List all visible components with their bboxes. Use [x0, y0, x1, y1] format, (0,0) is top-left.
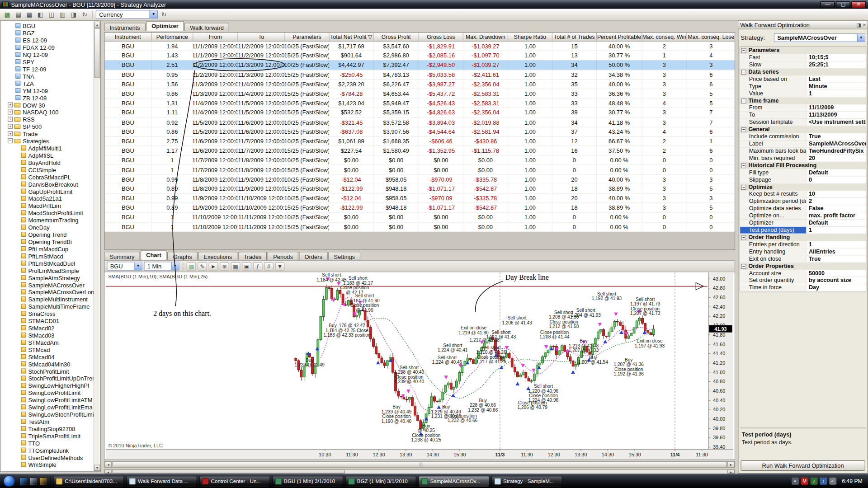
sidebar-item-es-12-09[interactable]: ES 12-09	[1, 37, 93, 44]
wf-item-slow[interactable]: Slow25;25;1	[740, 61, 866, 69]
tree-scrollbar[interactable]: ▲ ▼	[94, 22, 99, 471]
sidebar-item-tza[interactable]: TZA	[1, 80, 93, 87]
wf-item-price-based-on[interactable]: Price based onLast	[740, 76, 866, 83]
tab-executions[interactable]: Executions	[198, 252, 237, 260]
taskbar-button-control-center-un[interactable]: Control Center - Un...	[199, 475, 270, 486]
pencil-icon[interactable]: ✎	[198, 262, 207, 270]
wf-group-order-properties[interactable]: −Order Properties	[740, 263, 866, 270]
wf-item-optimize-data-series[interactable]: Optimize data seriesFalse	[740, 205, 866, 212]
table-row[interactable]: BGU0.8611/5/2009 12:00:011/6/2009 12:00:…	[104, 127, 734, 136]
chart-horizontal-scrollbar[interactable]: ◄ ►	[104, 461, 735, 468]
print-icon[interactable]: ◫	[47, 10, 57, 19]
table-row[interactable]: BGU1.1711/6/2009 12:00:011/7/2009 12:00:…	[104, 146, 734, 155]
strategy-item-swinglowprofitlimitatm[interactable]: SwingLowProfitLimitATM	[1, 396, 93, 404]
strategy-item-macdstochprofitlimit[interactable]: MacdStochProfitLimit	[1, 209, 93, 216]
tab-walk-forward[interactable]: Walk forward	[184, 23, 229, 31]
wf-item-optimizer[interactable]: OptimizerDefault	[740, 220, 866, 227]
security-shield-icon[interactable]: ✓	[829, 478, 836, 485]
save-icon[interactable]: ▼	[275, 262, 285, 270]
collapse-icon[interactable]: −	[741, 163, 746, 168]
new-icon[interactable]: ▩	[2, 10, 12, 19]
sidebar-item-rss[interactable]: +RSS	[1, 116, 93, 123]
wf-group-optimize[interactable]: −Optimize	[740, 184, 866, 191]
volume-icon[interactable]: ♪	[810, 478, 817, 485]
strategy-item-samplemacrossover[interactable]: SampleMACrossOver	[1, 281, 93, 288]
scroll-thumb[interactable]	[113, 461, 727, 467]
strategy-item-pftlmstmcadduel[interactable]: PftLmStMcadDuel	[1, 259, 93, 267]
wf-item-set-order-quantity[interactable]: Set order quantityby account size	[740, 277, 866, 284]
strategy-item-stochprofitlimit[interactable]: StochProfitLimit	[1, 367, 93, 375]
collapse-icon[interactable]: −	[8, 138, 13, 143]
indicator-icon[interactable]: ƒ	[253, 262, 263, 270]
column-header-max-conseq-lose[interactable]: Max. conseq. Lose	[687, 33, 736, 41]
sidebar-item-trade[interactable]: +Trade	[1, 130, 93, 137]
collapse-icon[interactable]: −	[741, 263, 746, 268]
wf-item-fast[interactable]: Fast10;15;5	[740, 54, 866, 61]
wf-item-optimize-on[interactable]: Optimize on...max. profit factor	[740, 212, 866, 220]
maximize-button[interactable]: ▢	[836, 1, 850, 8]
open-icon[interactable]: ▤	[13, 10, 23, 19]
wf-item-session-template[interactable]: Session template<Use instrument settings…	[740, 119, 866, 126]
wf-group-data-series[interactable]: −Data series	[740, 69, 866, 76]
media-player-icon[interactable]	[39, 477, 47, 485]
strategy-item-pftlmmacdcup[interactable]: PftLmMacdCup	[1, 245, 93, 252]
strategy-item-adpmfisl[interactable]: AdpMfiSL	[1, 152, 93, 159]
strategy-item-stmacdam[interactable]: STMacdAm	[1, 338, 93, 346]
sidebar-item-nq-12-09[interactable]: NQ 12-09	[1, 51, 93, 58]
scroll-thumb[interactable]	[94, 28, 100, 78]
candle-style-icon[interactable]: ▥	[187, 262, 196, 270]
sidebar-item-strategies[interactable]: −Strategies	[1, 137, 93, 145]
wf-item-test-period-days[interactable]: Test period (days)1	[740, 227, 866, 234]
table-row[interactable]: BGU111/10/2009 12:00:11/11/2009 12:00:10…	[104, 213, 734, 222]
column-header-to[interactable]: To	[238, 33, 285, 41]
strategy-item-cobrastmacdpl[interactable]: CobraStMacdPL	[1, 173, 93, 180]
wf-item-exit-on-close[interactable]: Exit on closeTrue	[740, 256, 866, 263]
strategy-item-triplesmaprofitlimit[interactable]: TripleSmaProfitLimit	[1, 432, 93, 439]
scroll-down-icon[interactable]: ▼	[94, 465, 100, 471]
strategy-item-testatm[interactable]: TestAtm	[1, 418, 93, 425]
display-units-combo[interactable]: Currency ▼	[96, 10, 158, 19]
excel-icon[interactable]: ◧	[35, 10, 45, 19]
strategy-item-macd5a21a1[interactable]: Macd5a21a1	[1, 195, 93, 202]
taskbar-button-samplemacrossov[interactable]: SampleMACrossOv...	[419, 475, 490, 486]
table-row[interactable]: BGU0.8911/8/2009 12:00:011/9/2009 12:00:…	[104, 184, 734, 194]
tab-trades[interactable]: Trades	[238, 252, 267, 260]
table-row[interactable]: BGU2.5111/2/2009 12:00:011/3/2009 12:00:…	[104, 61, 734, 70]
wf-item-account-size[interactable]: Account size50000	[740, 270, 866, 277]
snapshot-icon[interactable]: ▣	[242, 262, 251, 270]
strategy-item-proflmmcadsimple[interactable]: ProfLmMcadSimple	[1, 267, 93, 274]
scroll-left-icon[interactable]: ◄	[104, 470, 112, 474]
sidebar-item-tna[interactable]: TNA	[1, 72, 93, 80]
table-row[interactable]: BGU1.5611/3/2009 12:00:011/4/2009 12:00:…	[104, 80, 734, 89]
strategy-item-wmsimple[interactable]: WmSimple	[1, 461, 93, 468]
wf-item-entries-per-direction[interactable]: Entries per direction1	[740, 241, 866, 249]
table-row[interactable]: BGU0.9911/9/2009 12:00:011/10/2009 12:00…	[104, 194, 734, 203]
show-desktop-icon[interactable]	[29, 477, 37, 485]
sidebar-item-bgu[interactable]: BGU	[1, 22, 93, 29]
column-header-performance[interactable]: Performance	[152, 33, 193, 41]
table-row[interactable]: BGU1.3111/4/2009 12:00:011/5/2009 12:00:…	[104, 99, 734, 108]
column-header-from[interactable]: From	[193, 33, 238, 41]
wf-item-fill-type[interactable]: Fill typeDefault	[740, 169, 866, 177]
collapse-icon[interactable]: −	[741, 235, 746, 240]
strategy-item-stmacd01[interactable]: STMACD01	[1, 317, 93, 324]
strategy-item-darvisboxbreakout[interactable]: DarvisBoxBreakout	[1, 180, 93, 188]
collapse-icon[interactable]: −	[741, 98, 746, 103]
chart-interval-combo[interactable]: 1 Min ▼	[144, 262, 179, 271]
pin-icon[interactable]: ◨	[857, 22, 861, 28]
strategy-item-buyandhold[interactable]: BuyAndHold	[1, 159, 93, 166]
strategy-item-samplemacrossoverlong[interactable]: SampleMACrossOverLong	[1, 288, 93, 296]
antivirus-icon[interactable]: M	[801, 478, 808, 485]
column-header-total-net-profit[interactable]: Total Net Profit ▽	[330, 33, 374, 41]
strategy-item-pftlmstmacd[interactable]: PftLmStMacd	[1, 252, 93, 259]
close-icon[interactable]: ×	[863, 22, 866, 28]
table-row[interactable]: BGU0.9911/8/2009 12:00:011/9/2009 12:00:…	[104, 174, 734, 184]
strategy-item-adpmfimulti1[interactable]: AdpMfiMulti1	[1, 145, 93, 152]
chart-type-icon[interactable]: ▦	[231, 262, 241, 270]
sidebar-item-ym-12-09[interactable]: YM 12-09	[1, 87, 93, 94]
strategy-item-stmcad04[interactable]: StMcad04	[1, 353, 93, 360]
start-orb[interactable]	[3, 475, 15, 487]
save-icon[interactable]: ▦	[24, 10, 34, 19]
strategy-item-ttosimplejunk[interactable]: TTOsimpleJunk	[1, 446, 93, 454]
sidebar-item-fdax-12-09[interactable]: FDAX 12-09	[1, 44, 93, 51]
